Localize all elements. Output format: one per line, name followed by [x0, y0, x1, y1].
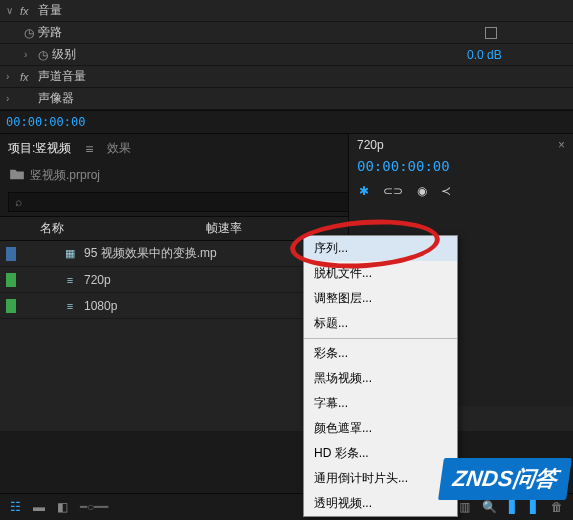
marker-icon[interactable]: ◉: [417, 184, 427, 198]
project-tab[interactable]: 项目:竖视频: [8, 140, 71, 157]
menu-item-offline-file[interactable]: 脱机文件...: [304, 261, 457, 286]
settings-icon[interactable]: ≺: [441, 184, 451, 198]
menu-item-captions[interactable]: 字幕...: [304, 391, 457, 416]
panel-menu-icon[interactable]: ≡: [85, 141, 92, 157]
menu-item-black-video[interactable]: 黑场视频...: [304, 366, 457, 391]
folder-icon: [10, 168, 24, 183]
effect-panner-label[interactable]: 声像器: [38, 90, 567, 107]
find-button[interactable]: 🔍: [482, 500, 497, 514]
new-item-context-menu: 序列... 脱机文件... 调整图层... 标题... 彩条... 黑场视频..…: [303, 235, 458, 517]
label-color-chip[interactable]: [6, 299, 16, 313]
expand-arrow-icon[interactable]: ›: [6, 71, 16, 82]
effect-channel-volume-label[interactable]: 声道音量: [38, 68, 567, 85]
freeform-view-button[interactable]: ◧: [57, 500, 68, 514]
breadcrumb-text: 竖视频.prproj: [30, 167, 100, 184]
stopwatch-icon[interactable]: ◷: [24, 26, 34, 40]
snap-icon[interactable]: ✱: [359, 184, 369, 198]
fx-badge: fx: [20, 5, 34, 17]
close-tab-icon[interactable]: ×: [558, 138, 565, 152]
menu-item-transparent-video[interactable]: 透明视频...: [304, 491, 457, 516]
icon-view-button[interactable]: ▬: [33, 500, 45, 514]
column-name[interactable]: 名称: [6, 220, 206, 237]
bypass-checkbox[interactable]: [485, 27, 497, 39]
menu-item-sequence[interactable]: 序列...: [304, 236, 457, 261]
list-view-button[interactable]: ☷: [10, 500, 21, 514]
delete-button[interactable]: 🗑: [551, 500, 563, 514]
new-item-button[interactable]: ▋: [530, 500, 539, 514]
sequence-icon: ≡: [62, 300, 78, 312]
menu-item-bars-and-tone[interactable]: 彩条...: [304, 341, 457, 366]
source-timecode[interactable]: 00:00:00:00: [0, 111, 573, 133]
fx-badge: fx: [20, 71, 34, 83]
menu-item-countdown[interactable]: 通用倒计时片头...: [304, 466, 457, 491]
effect-level-label[interactable]: 级别: [52, 46, 467, 63]
stopwatch-icon[interactable]: ◷: [38, 48, 48, 62]
effect-controls-panel: ∨ fx 音量 ◷ 旁路 › ◷ 级别 0.0 dB › fx 声道音量 › f…: [0, 0, 573, 111]
menu-separator: [304, 338, 457, 339]
new-bin-button[interactable]: ▋: [509, 500, 518, 514]
sequence-icon: ≡: [62, 274, 78, 286]
zoom-slider[interactable]: ━○━━: [80, 500, 108, 514]
menu-item-hd-bars[interactable]: HD 彩条...: [304, 441, 457, 466]
effect-level-value[interactable]: 0.0 dB: [467, 48, 567, 62]
timeline-timecode[interactable]: 00:00:00:00: [349, 156, 573, 180]
menu-item-title[interactable]: 标题...: [304, 311, 457, 336]
expand-arrow-icon[interactable]: ›: [6, 93, 16, 104]
effect-volume-label[interactable]: 音量: [38, 2, 567, 19]
effect-bypass-label[interactable]: 旁路: [38, 24, 481, 41]
collapse-arrow-icon[interactable]: ∨: [6, 5, 16, 16]
clip-icon: ▦: [62, 247, 78, 260]
column-fps[interactable]: 帧速率: [206, 220, 286, 237]
label-color-chip[interactable]: [6, 273, 16, 287]
effects-tab[interactable]: 效果: [107, 140, 131, 157]
expand-arrow-icon[interactable]: ›: [24, 49, 34, 60]
sequence-tab[interactable]: 720p: [357, 138, 552, 152]
linked-selection-icon[interactable]: ⊂⊃: [383, 184, 403, 198]
watermark-badge: ZNDS问答: [438, 458, 572, 500]
automate-to-sequence-button[interactable]: ▥: [459, 500, 470, 514]
label-color-chip[interactable]: [6, 247, 16, 261]
menu-item-color-matte[interactable]: 颜色遮罩...: [304, 416, 457, 441]
menu-item-adjustment-layer[interactable]: 调整图层...: [304, 286, 457, 311]
